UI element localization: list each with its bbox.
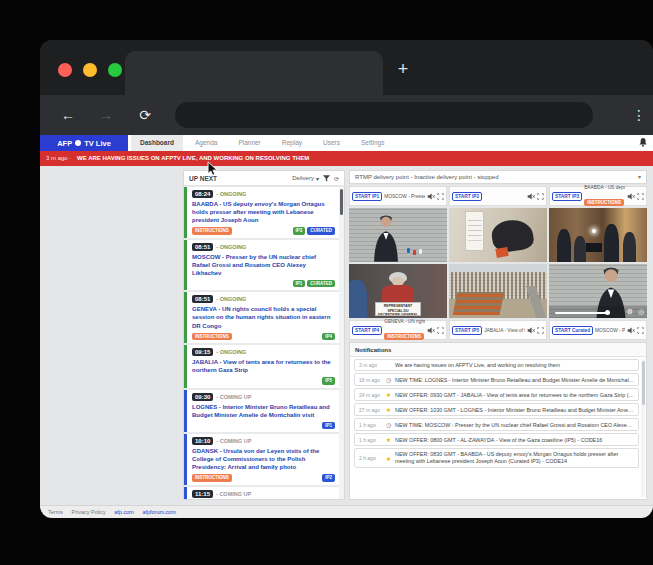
time-badge: 08:24 xyxy=(192,190,213,198)
upnext-list: 08:24- ONGOING BAABDA - US deputy envoy'… xyxy=(184,187,339,499)
terms-link[interactable]: Terms xyxy=(48,509,63,515)
notification-row[interactable]: 1 h ago ◷ NEW TIME: MOSCOW - Presser by … xyxy=(354,418,639,431)
mute-icon[interactable] xyxy=(527,193,535,200)
alert-banner: 3 m ago · WE ARE HAVING ISSUES ON AFPTV … xyxy=(40,151,653,166)
video-preview-ip4[interactable]: REPRESENTANT SPECIAL DU SECRETAIRE GENER… xyxy=(349,264,447,318)
afp-link[interactable]: afp.com xyxy=(114,509,134,515)
filter-icon[interactable] xyxy=(323,175,330,182)
video-preview-ip1[interactable] xyxy=(349,208,447,262)
list-item[interactable]: 10:10- COMING UP GDANSK - Ursula von der… xyxy=(184,434,339,485)
nav-tab-planner[interactable]: Planner xyxy=(229,135,269,151)
rtmp-header[interactable]: RTMP delivery point - Inactive delivery … xyxy=(349,170,647,184)
list-item[interactable]: 08:24- ONGOING BAABDA - US deputy envoy'… xyxy=(184,187,339,238)
notification-row[interactable]: 1 h ago ★ NEW OFFER: 0800 GMT - AL-ZAWAY… xyxy=(354,433,639,446)
afpforum-link[interactable]: afpforum.com xyxy=(142,509,176,515)
privacy-link[interactable]: Privacy Policy xyxy=(72,509,106,515)
fullscreen-icon[interactable] xyxy=(437,193,444,200)
video-preview-ip2[interactable] xyxy=(449,208,547,262)
tile-header-ip5: START IP5 JABALIA - View of tents... xyxy=(449,320,547,340)
event-title: LOGNES - Interior Minister Bruno Retaill… xyxy=(192,403,335,419)
time-badge: 09:15 xyxy=(192,348,213,356)
list-item[interactable]: 09:30- COMING UP LOGNES - Interior Minis… xyxy=(184,390,339,433)
back-icon[interactable]: ← xyxy=(55,95,81,135)
start-ip2-button[interactable]: START IP2 xyxy=(452,192,482,201)
refresh-icon[interactable]: ⟳ xyxy=(132,95,158,135)
desktop-background: + ← → ⟳ ⋮ AFP TV Live Dashboard Agenda P… xyxy=(0,0,653,565)
tents-area xyxy=(452,292,504,315)
player-settings-icon[interactable]: ⚙ xyxy=(627,307,633,317)
chevron-down-icon: ▾ xyxy=(638,171,641,183)
notification-row[interactable]: 24 m ago ★ NEW OFFER: 0930 GMT - JABALIA… xyxy=(354,388,639,401)
browser-tab[interactable] xyxy=(125,51,383,95)
tile-header-curated: START Curated MOSCOW - Press... xyxy=(549,320,647,340)
mute-icon[interactable] xyxy=(427,193,435,200)
status-label: - ONGOING xyxy=(216,191,246,197)
instructions-badge: INSTRUCTIONS xyxy=(584,199,624,206)
fullscreen-icon[interactable] xyxy=(637,193,644,200)
nav-tab-agenda[interactable]: Agenda xyxy=(186,135,226,151)
player-snapshot-icon[interactable]: ◎ xyxy=(638,307,644,317)
notification-row[interactable]: 27 m ago ★ NEW OFFER: 1030 GMT - LOGNES … xyxy=(354,403,639,416)
forward-icon[interactable]: → xyxy=(93,95,119,135)
start-curated-button[interactable]: START Curated xyxy=(552,326,593,335)
tile-header-ip3: START IP3 BAABDA - US deputy en... INSTR… xyxy=(549,186,647,206)
notification-row[interactable]: 3 m ago We are having issues on AFPTV Li… xyxy=(354,359,639,371)
chevron-down-icon: ▾ xyxy=(316,175,319,182)
video-preview-ip5[interactable] xyxy=(449,264,547,318)
mute-icon[interactable] xyxy=(527,327,535,334)
mute-icon[interactable] xyxy=(627,327,635,334)
fullscreen-icon[interactable] xyxy=(637,327,644,334)
list-item[interactable]: 11:15- COMING UP TWICKENHAM - Rugby/Six … xyxy=(184,487,339,499)
start-ip4-button[interactable]: START IP4 xyxy=(352,326,382,335)
scrollbar[interactable] xyxy=(339,187,344,499)
list-refresh-icon[interactable]: ⟳ xyxy=(334,175,339,182)
notification-text: NEW OFFER: 0800 GMT - AL-ZAWAYDA - View … xyxy=(395,437,634,443)
logo-suffix: TV Live xyxy=(84,139,111,148)
list-item[interactable]: 09:15- ONGOING JABALIA - View of tents a… xyxy=(184,345,339,388)
notification-text: NEW OFFER: 0830 GMT - BAABDA - US deputy… xyxy=(395,451,634,465)
browser-tab-strip: + xyxy=(40,40,653,95)
notification-time: 16 m ago xyxy=(359,377,382,383)
list-item[interactable]: 08:51- ONGOING GENEVA - UN rights counci… xyxy=(184,292,339,343)
start-ip1-button[interactable]: START IP1 xyxy=(352,192,382,201)
start-ip3-button[interactable]: START IP3 xyxy=(552,192,582,201)
delivery-dropdown[interactable]: Delivery ▾ xyxy=(292,175,319,182)
maximize-button[interactable] xyxy=(108,63,122,77)
logo-prefix: AFP xyxy=(57,139,72,148)
nav-tab-replay[interactable]: Replay xyxy=(273,135,311,151)
fullscreen-icon[interactable] xyxy=(537,193,544,200)
start-ip5-button[interactable]: START IP5 xyxy=(452,326,482,335)
nav-tab-dashboard[interactable]: Dashboard xyxy=(131,135,183,151)
list-item[interactable]: 08:51- ONGOING MOSCOW - Presser by the U… xyxy=(184,240,339,291)
close-button[interactable] xyxy=(58,63,72,77)
fullscreen-icon[interactable] xyxy=(437,327,444,334)
url-input[interactable] xyxy=(175,102,593,128)
new-tab-button[interactable]: + xyxy=(390,56,416,82)
scrollbar-thumb[interactable] xyxy=(340,189,343,215)
player-progress[interactable] xyxy=(555,312,607,314)
mute-icon[interactable] xyxy=(427,327,435,334)
notification-text: NEW TIME: LOGNES - Interior Minister Bru… xyxy=(395,377,634,383)
star-icon: ★ xyxy=(385,455,392,462)
nav-tab-users[interactable]: Users xyxy=(314,135,349,151)
minimize-button[interactable] xyxy=(83,63,97,77)
player-progress-knob[interactable] xyxy=(605,310,610,315)
notification-row[interactable]: 16 m ago ◷ NEW TIME: LOGNES - Interior M… xyxy=(354,373,639,386)
notification-text: NEW TIME: MOSCOW - Presser by the UN nuc… xyxy=(395,422,634,428)
rtmp-title: RTMP delivery point - Inactive delivery … xyxy=(355,171,499,183)
scrollbar-thumb[interactable] xyxy=(642,361,645,405)
clock-icon: ◷ xyxy=(385,376,392,383)
tile-header-ip4: START IP4 GENEVA - UN rights cou... INST… xyxy=(349,320,447,340)
notification-row[interactable]: 2 h ago ★ NEW OFFER: 0830 GMT - BAABDA -… xyxy=(354,448,639,468)
nav-tab-settings[interactable]: Settings xyxy=(352,135,394,151)
notifications-bell-icon[interactable] xyxy=(639,138,647,147)
video-preview-ip3[interactable] xyxy=(549,208,647,262)
upnext-panel: UP NEXT Delivery ▾ ⟳ 08:24- ONGOING BAAB… xyxy=(183,170,345,500)
video-preview-curated[interactable]: ⚙ ◎ xyxy=(549,264,647,318)
alert-time: 3 m ago · xyxy=(46,155,71,161)
kebab-menu-icon[interactable]: ⋮ xyxy=(626,95,652,135)
scrollbar[interactable] xyxy=(641,359,645,497)
mute-icon[interactable] xyxy=(627,193,635,200)
instructions-badge: INSTRUCTIONS xyxy=(384,333,424,340)
fullscreen-icon[interactable] xyxy=(537,327,544,334)
